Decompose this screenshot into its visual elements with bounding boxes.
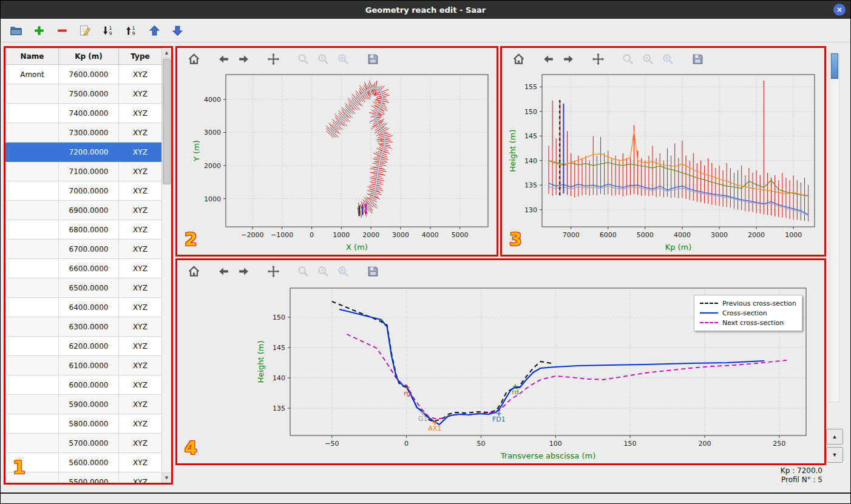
table-row[interactable]: 5600.0000XYZ: [6, 453, 162, 472]
table-cell[interactable]: 5600.0000: [59, 453, 119, 472]
table-cell[interactable]: XYZ: [119, 65, 162, 84]
table-cell[interactable]: [6, 220, 59, 240]
table-row[interactable]: 6300.0000XYZ: [6, 317, 162, 337]
open-button[interactable]: [8, 22, 24, 38]
table-cell[interactable]: XYZ: [119, 201, 162, 220]
table-cell[interactable]: 5900.0000: [59, 395, 119, 414]
table-cell[interactable]: 7200.0000: [59, 143, 119, 162]
add-cross-section-button[interactable]: [31, 22, 47, 38]
forward-button[interactable]: [236, 51, 251, 67]
table-cell[interactable]: XYZ: [119, 434, 162, 453]
profile-up-button[interactable]: ▲: [826, 429, 843, 445]
table-row[interactable]: 6000.0000XYZ: [6, 375, 162, 395]
table-cell[interactable]: [6, 317, 59, 337]
table-cell[interactable]: [6, 84, 59, 104]
table-row[interactable]: 6500.0000XYZ: [6, 278, 162, 298]
save-button[interactable]: [690, 51, 705, 67]
table-cell[interactable]: XYZ: [119, 278, 162, 298]
table-cell[interactable]: [6, 201, 59, 220]
table-cell[interactable]: XYZ: [119, 298, 162, 317]
table-cell[interactable]: XYZ: [119, 162, 162, 181]
table-cell[interactable]: [6, 356, 59, 375]
table-cell[interactable]: XYZ: [119, 337, 162, 356]
table-row[interactable]: 6800.0000XYZ: [6, 220, 162, 240]
table-row[interactable]: 7300.0000XYZ: [6, 123, 162, 143]
table-cell[interactable]: XYZ: [119, 143, 162, 162]
pan-button[interactable]: [590, 51, 606, 67]
table-row[interactable]: 7100.0000XYZ: [6, 162, 162, 181]
table-cell[interactable]: XYZ: [119, 220, 162, 240]
sort-descending-button[interactable]: 19: [100, 22, 116, 38]
table-cell[interactable]: Amont: [6, 65, 59, 84]
table-cell[interactable]: 6400.0000: [59, 298, 119, 317]
table-cell[interactable]: 7600.0000: [59, 65, 119, 84]
table-cell[interactable]: [6, 414, 59, 434]
close-button[interactable]: ×: [833, 4, 846, 16]
table-scrollbar-thumb[interactable]: [163, 59, 171, 184]
table-cell[interactable]: 6600.0000: [59, 259, 119, 278]
table-cell[interactable]: XYZ: [119, 181, 162, 201]
sort-ascending-button[interactable]: 19: [123, 22, 139, 38]
table-row[interactable]: 6200.0000XYZ: [6, 337, 162, 356]
right-scrollbar-thumb[interactable]: [831, 53, 838, 79]
table-row[interactable]: 5900.0000XYZ: [6, 395, 162, 414]
table-cell[interactable]: XYZ: [119, 317, 162, 337]
table-row[interactable]: Amont7600.0000XYZ: [6, 65, 162, 84]
table-cell[interactable]: [6, 143, 59, 162]
table-cell[interactable]: [6, 395, 59, 414]
home-button[interactable]: [186, 263, 202, 279]
table-row[interactable]: 5500.0000XYZ: [6, 472, 162, 483]
back-button[interactable]: [540, 51, 556, 67]
table-cell[interactable]: XYZ: [119, 472, 162, 483]
profile-plot-canvas[interactable]: 7000600050004000300020001000130135140145…: [502, 70, 824, 255]
table-row[interactable]: 7200.0000XYZ: [6, 143, 162, 162]
table-cell[interactable]: 7100.0000: [59, 162, 119, 181]
table-cell[interactable]: [6, 123, 59, 143]
profile-down-button[interactable]: ▼: [826, 447, 843, 463]
table-cell[interactable]: XYZ: [119, 375, 162, 395]
save-button[interactable]: [365, 51, 381, 67]
table-cell[interactable]: XYZ: [119, 259, 162, 278]
home-button[interactable]: [510, 51, 526, 67]
table-cell[interactable]: [6, 162, 59, 181]
pan-button[interactable]: [265, 263, 281, 279]
table-row[interactable]: 7500.0000XYZ: [6, 84, 162, 104]
forward-button[interactable]: [560, 51, 576, 67]
table-cell[interactable]: 7400.0000: [59, 104, 119, 123]
table-cell[interactable]: XYZ: [119, 240, 162, 259]
table-cell[interactable]: [6, 298, 59, 317]
table-row[interactable]: 6600.0000XYZ: [6, 259, 162, 278]
table-row[interactable]: 5800.0000XYZ: [6, 414, 162, 434]
table-cell[interactable]: 7500.0000: [59, 84, 119, 104]
plan-plot-canvas[interactable]: −2000−1000010002000300040005000100020003…: [177, 70, 497, 255]
save-button[interactable]: [365, 263, 381, 279]
table-cell[interactable]: 6100.0000: [59, 356, 119, 375]
table-cell[interactable]: XYZ: [119, 414, 162, 434]
table-cell[interactable]: 6000.0000: [59, 375, 119, 395]
edit-cross-section-button[interactable]: [77, 22, 93, 38]
remove-cross-section-button[interactable]: [54, 22, 70, 38]
home-button[interactable]: [186, 51, 202, 67]
pan-button[interactable]: [265, 51, 281, 67]
table-scroll-up-button[interactable]: ▲: [162, 48, 171, 58]
table-cell[interactable]: [6, 434, 59, 453]
table-cell[interactable]: XYZ: [119, 123, 162, 143]
table-cell[interactable]: [6, 104, 59, 123]
table-scrollbar[interactable]: ▲ ▼: [161, 48, 171, 483]
table-row[interactable]: 7000.0000XYZ: [6, 181, 162, 201]
right-scrollbar[interactable]: [830, 52, 839, 402]
table-cell[interactable]: XYZ: [119, 453, 162, 472]
table-row[interactable]: 6900.0000XYZ: [6, 201, 162, 220]
table-cell[interactable]: 7000.0000: [59, 181, 119, 201]
table-cell[interactable]: 6200.0000: [59, 337, 119, 356]
table-cell[interactable]: 5800.0000: [59, 414, 119, 434]
table-cell[interactable]: [6, 337, 59, 356]
table-row[interactable]: 6700.0000XYZ: [6, 240, 162, 259]
table-cell[interactable]: XYZ: [119, 104, 162, 123]
table-cell[interactable]: [6, 181, 59, 201]
col-header-type[interactable]: Type: [119, 49, 162, 65]
table-cell[interactable]: [6, 375, 59, 395]
table-cell[interactable]: 7300.0000: [59, 123, 119, 143]
table-row[interactable]: 6100.0000XYZ: [6, 356, 162, 375]
table-cell[interactable]: [6, 278, 59, 298]
